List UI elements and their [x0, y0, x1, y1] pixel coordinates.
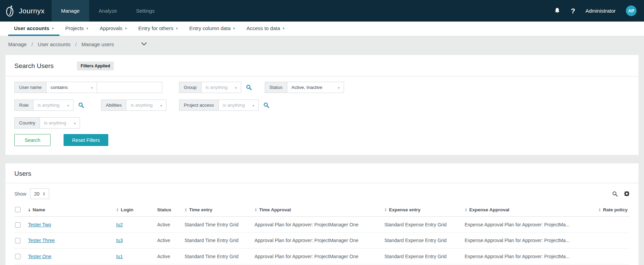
- user-name-input[interactable]: [97, 82, 162, 93]
- user-avatar[interactable]: AP: [626, 5, 636, 16]
- brand-name: Journyx: [19, 7, 45, 15]
- page-size-select[interactable]: 20 ▲▼: [30, 188, 49, 199]
- subnav: User accounts▾Projects▾Approvals▾Entry f…: [0, 22, 644, 36]
- topnav-tabs: ManageAnalyzeSettings: [52, 0, 164, 22]
- table-row: Tester Threetu3ActiveStandard Time Entry…: [14, 233, 630, 248]
- user-login-link[interactable]: tu1: [116, 254, 123, 259]
- status-select[interactable]: Active, Inactive ▾: [287, 82, 344, 93]
- stepper-icon: ▲▼: [43, 192, 45, 196]
- column-header-time-approval[interactable]: ▲▼Time Approval: [252, 203, 382, 217]
- subnav-label: Entry column data: [189, 25, 231, 31]
- help-icon[interactable]: ?: [571, 7, 575, 15]
- column-header-rate-policy[interactable]: ▲▼Rate policy: [592, 203, 630, 217]
- column-header-expense-approval[interactable]: ▲▼Expense Approval: [463, 203, 592, 217]
- notifications-bell-icon[interactable]: [554, 7, 561, 15]
- row-checkbox-cell: [14, 233, 26, 248]
- column-label: Time entry: [189, 207, 212, 212]
- abilities-select[interactable]: is anything ▾: [126, 100, 166, 111]
- column-header-time-entry[interactable]: ▲▼Time entry: [182, 203, 252, 217]
- user-name-link[interactable]: Tester Three: [28, 238, 55, 243]
- chevron-down-icon: ▾: [338, 86, 340, 90]
- group-select-value: is anything: [206, 85, 228, 90]
- subnav-item-projects[interactable]: Projects▾: [59, 22, 94, 36]
- journyx-logo-icon: [5, 4, 15, 17]
- search-filters: User name contains ▾ Group is anything ▾: [5, 77, 639, 129]
- cell-time-approval: Approval Plan for Approver: ProjectManag…: [252, 233, 382, 248]
- row-checkbox[interactable]: [15, 254, 20, 259]
- breadcrumb-expand-icon[interactable]: [141, 42, 147, 46]
- cell-status: Active: [155, 249, 182, 264]
- breadcrumb-items: Manage/User accounts/Manage users: [8, 41, 114, 47]
- show-label: Show: [14, 191, 26, 197]
- breadcrumb-separator: /: [31, 41, 33, 47]
- column-label: Name: [32, 207, 45, 212]
- top-navigation-bar: Journyx ManageAnalyzeSettings ? Administ…: [0, 0, 644, 22]
- subnav-label: Projects: [65, 25, 84, 31]
- select-all-checkbox[interactable]: [15, 207, 20, 212]
- subnav-item-user-accounts[interactable]: User accounts▾: [8, 22, 59, 36]
- table-search-icon[interactable]: [612, 191, 618, 197]
- top-tab-manage[interactable]: Manage: [52, 0, 89, 22]
- column-label: Status: [157, 207, 171, 212]
- chevron-down-icon: ▾: [86, 27, 88, 30]
- column-header-login[interactable]: ▲▼Login: [114, 203, 155, 217]
- search-panel-title: Search Users: [14, 62, 54, 70]
- sort-icon: ▲▼: [599, 208, 601, 212]
- chevron-down-icon: ▾: [253, 104, 255, 107]
- subnav-item-access-to-data[interactable]: Access to data▾: [241, 22, 290, 36]
- row-checkbox[interactable]: [15, 222, 20, 228]
- chevron-down-icon: ▾: [91, 86, 93, 90]
- column-header-name[interactable]: ▲▼Name: [26, 203, 114, 217]
- cell-rate-policy: [592, 233, 630, 248]
- column-label: Time Approval: [259, 207, 291, 212]
- group-search-icon[interactable]: [246, 82, 252, 93]
- current-user-label[interactable]: Administrator: [586, 8, 616, 14]
- gear-icon[interactable]: [624, 191, 630, 197]
- country-select[interactable]: is anything ▾: [40, 117, 80, 129]
- status-select-value: Active, Inactive: [291, 85, 323, 90]
- cell-status: Active: [155, 217, 182, 233]
- breadcrumb-item-manage[interactable]: Manage: [8, 41, 27, 47]
- breadcrumb-separator: /: [75, 41, 77, 47]
- project-access-select-value: is anything: [223, 103, 245, 108]
- brand[interactable]: Journyx: [0, 0, 52, 22]
- topnav-right: ? Administrator AP: [554, 0, 644, 22]
- sort-icon: ▲▼: [116, 208, 119, 212]
- subnav-item-entry-for-others[interactable]: Entry for others▾: [133, 22, 183, 36]
- chevron-down-icon: ▾: [74, 122, 76, 125]
- role-select[interactable]: is anything ▾: [33, 100, 73, 111]
- sort-icon: ▲▼: [28, 208, 30, 212]
- cell-login: tu1: [114, 249, 155, 264]
- chevron-down-icon: ▾: [235, 86, 237, 90]
- top-tab-analyze[interactable]: Analyze: [89, 0, 126, 22]
- subnav-item-entry-column-data[interactable]: Entry column data▾: [183, 22, 241, 36]
- column-header-expense-entry[interactable]: ▲▼Expense entry: [382, 203, 463, 217]
- row-checkbox[interactable]: [15, 238, 20, 243]
- cell-expense-approval: Expense Approval Plan for Approver: Proj…: [463, 233, 592, 248]
- user-name-link[interactable]: Tester One: [28, 254, 51, 259]
- project-access-select[interactable]: is anything ▾: [218, 100, 259, 111]
- cell-time-entry: Standard Time Entry Grid: [182, 249, 252, 264]
- user-login-link[interactable]: tu2: [116, 222, 123, 227]
- user-name-operator-select[interactable]: contains ▾: [46, 82, 97, 93]
- group-select[interactable]: is anything ▾: [201, 82, 241, 93]
- user-name-link[interactable]: Tester Two: [28, 222, 51, 227]
- sort-icon: ▲▼: [384, 208, 387, 212]
- cell-time-entry: Standard Time Entry Grid: [182, 217, 252, 233]
- subnav-label: Access to data: [246, 25, 280, 31]
- top-tab-settings[interactable]: Settings: [126, 0, 164, 22]
- search-button[interactable]: Search: [14, 134, 51, 146]
- subnav-item-approvals[interactable]: Approvals▾: [94, 22, 133, 36]
- filter-user-name: User name contains ▾: [14, 82, 162, 93]
- breadcrumb-item-user-accounts[interactable]: User accounts: [38, 41, 70, 47]
- user-login-link[interactable]: tu3: [116, 238, 123, 243]
- breadcrumb-item-manage-users[interactable]: Manage users: [81, 41, 114, 47]
- cell-name: Tester One: [26, 249, 114, 264]
- column-label: Expense entry: [389, 207, 420, 212]
- group-filter-label: Group: [179, 82, 202, 93]
- filters-applied-badge: Filters Applied: [77, 62, 114, 70]
- project-access-search-icon[interactable]: [263, 100, 270, 111]
- country-select-value: is anything: [44, 120, 66, 125]
- role-search-icon[interactable]: [78, 100, 84, 111]
- reset-filters-button[interactable]: Reset Filters: [64, 134, 108, 146]
